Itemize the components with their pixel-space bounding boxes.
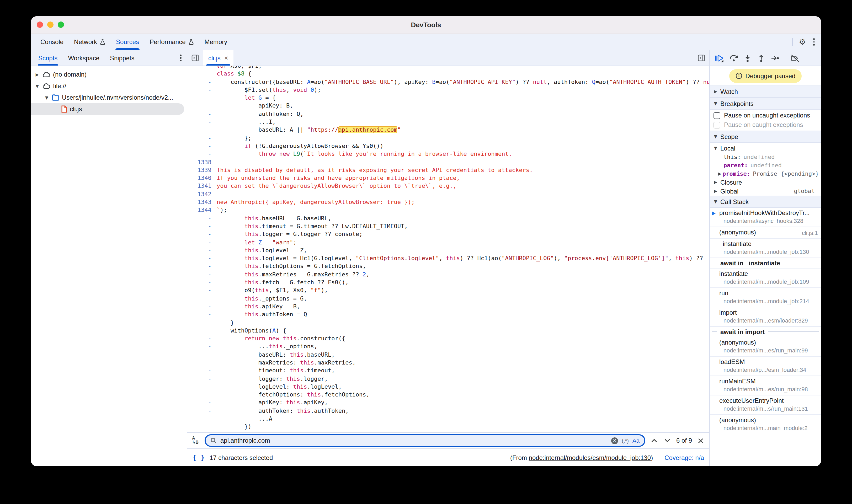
call-stack-frame-instantiate[interactable]: _instantiatenode:internal/m...module_job… — [710, 239, 821, 258]
line-number-gutter[interactable]: - — [187, 335, 217, 343]
coverage-link[interactable]: Coverage: n/a — [664, 454, 704, 461]
line-number-gutter[interactable]: 1344 — [187, 206, 217, 215]
line-number-gutter[interactable]: - — [187, 110, 217, 118]
line-number-gutter[interactable]: - — [187, 142, 217, 150]
navigator-tab-snippets[interactable]: Snippets — [105, 50, 140, 66]
scope-var-promise[interactable]: ▶promise:Promise {<pending>} — [710, 169, 821, 178]
source-origin-link[interactable]: node:internal/modules/esm/module_job:130 — [529, 454, 651, 461]
checkbox[interactable] — [713, 121, 720, 128]
tab-sources[interactable]: Sources — [111, 34, 144, 50]
line-number-gutter[interactable]: - — [187, 350, 217, 359]
line-number-gutter[interactable]: 1340 — [187, 174, 217, 182]
tab-performance[interactable]: Performance — [144, 34, 199, 50]
line-number-gutter[interactable]: 1338 — [187, 158, 217, 166]
search-input[interactable] — [220, 437, 607, 444]
tab-close-icon[interactable]: × — [224, 54, 228, 62]
toggle-navigator-panel-icon[interactable] — [187, 50, 203, 66]
toggle-debugger-panel-icon[interactable] — [694, 50, 709, 66]
line-number-gutter[interactable]: - — [187, 78, 217, 86]
call-stack-frame-instantiate[interactable]: instantiatenode:internal/m...module_job:… — [710, 269, 821, 288]
line-number-gutter[interactable]: - — [187, 247, 217, 255]
line-number-gutter[interactable]: - — [187, 423, 217, 431]
checkbox-row-pause-on-uncaught-exceptions[interactable]: Pause on uncaught exceptions — [710, 111, 821, 120]
call-stack-frame-executeuserentrypoint[interactable]: executeUserEntryPointnode:internal/m...s… — [710, 395, 821, 415]
step-button[interactable] — [771, 54, 780, 62]
line-number-gutter[interactable]: - — [187, 134, 217, 142]
line-number-gutter[interactable]: - — [187, 407, 217, 415]
call-stack-frame-import[interactable]: importnode:internal/m...esm/loader:329 — [710, 307, 821, 327]
line-number-gutter[interactable]: - — [187, 150, 217, 158]
line-number-gutter[interactable]: - — [187, 375, 217, 383]
clear-search-icon[interactable]: ✕ — [611, 437, 618, 444]
line-number-gutter[interactable]: - — [187, 359, 217, 367]
line-number-gutter[interactable]: - — [187, 367, 217, 375]
tab-memory[interactable]: Memory — [199, 34, 233, 50]
scope-var-this[interactable]: this:undefined — [710, 152, 821, 161]
navigator-tab-workspace[interactable]: Workspace — [63, 50, 105, 66]
close-search-icon[interactable] — [697, 438, 705, 444]
search-field[interactable]: ✕ (.*) Aa — [205, 434, 645, 447]
line-number-gutter[interactable]: - — [187, 287, 217, 295]
line-number-gutter[interactable] — [187, 66, 217, 70]
line-number-gutter[interactable]: - — [187, 415, 217, 423]
line-number-gutter[interactable]: - — [187, 230, 217, 238]
line-number-gutter[interactable]: - — [187, 102, 217, 110]
line-number-gutter[interactable]: 1341 — [187, 182, 217, 191]
line-number-gutter[interactable]: - — [187, 214, 217, 222]
tree-item-users-jinhuilee-nvm-versions-node-v2[interactable]: ▼Users/jinhuilee/.nvm/versions/node/v2..… — [31, 92, 187, 103]
replace-toggle-icon[interactable]: A↳B — [192, 436, 200, 445]
next-match-icon[interactable] — [663, 438, 672, 443]
scope-group-closure[interactable]: ▶Closure — [710, 178, 821, 187]
tree-item-cli-js[interactable]: cli.js — [31, 103, 184, 115]
minimize-button[interactable] — [47, 21, 54, 28]
line-number-gutter[interactable]: - — [187, 70, 217, 78]
previous-match-icon[interactable] — [650, 438, 658, 443]
zoom-button[interactable] — [58, 21, 64, 28]
navigator-tab-scripts[interactable]: Scripts — [33, 50, 63, 66]
pretty-print-icon[interactable]: { } — [193, 454, 205, 462]
checkbox-row-pause-on-caught-exceptions[interactable]: Pause on caught exceptions — [710, 120, 821, 129]
line-number-gutter[interactable]: - — [187, 238, 217, 247]
navigator-more-kebab-icon[interactable] — [179, 54, 182, 63]
close-button[interactable] — [37, 21, 43, 28]
line-number-gutter[interactable]: - — [187, 327, 217, 335]
line-number-gutter[interactable]: 1342 — [187, 191, 217, 198]
line-number-gutter[interactable]: - — [187, 391, 217, 399]
call-stack-frame-loadesm[interactable]: loadESMnode:internal/p.../esm_loader:34 — [710, 357, 821, 376]
tree-item-no-domain[interactable]: ▶(no domain) — [31, 69, 187, 80]
scope-group-global[interactable]: ▶Globalglobal — [710, 187, 821, 196]
line-number-gutter[interactable]: - — [187, 294, 217, 303]
call-stack-frame-anonymous[interactable]: (anonymous)node:internal/m...main_module… — [710, 415, 821, 434]
section-breakpoints[interactable]: ▼ Breakpoints — [710, 97, 821, 110]
call-stack-frame-anonymous[interactable]: (anonymous)node:internal/m...es/run_main… — [710, 337, 821, 357]
scope-group-local[interactable]: ▼Local — [710, 144, 821, 152]
line-number-gutter[interactable]: - — [187, 399, 217, 407]
checkbox[interactable] — [713, 112, 720, 119]
line-number-gutter[interactable]: - — [187, 254, 217, 263]
line-number-gutter[interactable]: - — [187, 278, 217, 287]
line-number-gutter[interactable]: 1343 — [187, 198, 217, 206]
line-number-gutter[interactable]: - — [187, 270, 217, 278]
settings-gear-icon[interactable]: ⚙ — [799, 38, 806, 46]
line-number-gutter[interactable]: - — [187, 94, 217, 102]
line-number-gutter[interactable]: - — [187, 303, 217, 311]
tree-item-file[interactable]: ▼file:// — [31, 80, 187, 92]
line-number-gutter[interactable]: - — [187, 263, 217, 271]
section-call-stack[interactable]: ▼ Call Stack — [710, 196, 821, 208]
step-over-button[interactable] — [729, 54, 738, 62]
line-number-gutter[interactable]: 1339 — [187, 166, 217, 174]
tab-network[interactable]: Network — [69, 34, 111, 50]
line-number-gutter[interactable]: - — [187, 222, 217, 231]
call-stack-frame-anonymous[interactable]: (anonymous)cli.js:1 — [710, 227, 821, 239]
line-number-gutter[interactable]: - — [187, 86, 217, 94]
line-number-gutter[interactable]: - — [187, 383, 217, 391]
line-number-gutter[interactable]: - — [187, 319, 217, 327]
section-scope[interactable]: ▼ Scope — [710, 131, 821, 143]
tab-console[interactable]: Console — [35, 34, 69, 50]
line-number-gutter[interactable]: - — [187, 310, 217, 319]
step-into-button[interactable] — [743, 54, 752, 62]
more-options-kebab-icon[interactable] — [812, 37, 816, 47]
line-number-gutter[interactable]: - — [187, 118, 217, 126]
resume-button[interactable] — [714, 54, 724, 62]
match-case-toggle-icon[interactable]: Aa — [633, 437, 640, 444]
